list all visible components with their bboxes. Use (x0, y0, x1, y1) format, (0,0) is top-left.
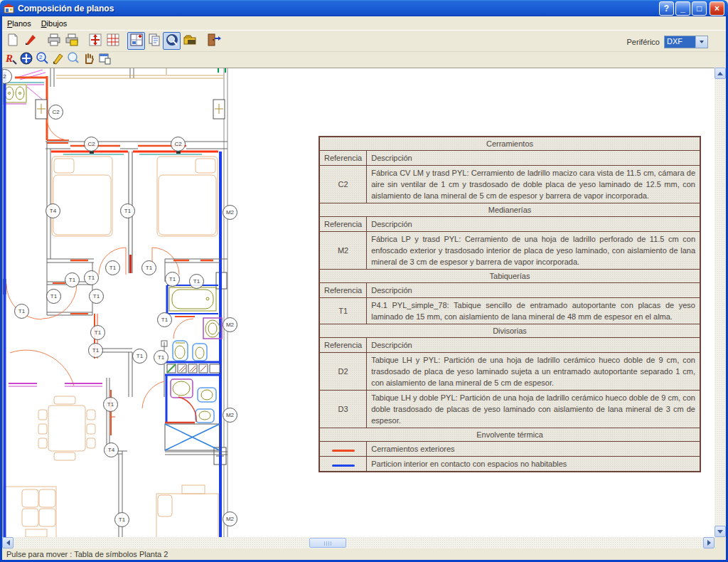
legend-label: Cerramientos exteriores (367, 442, 700, 457)
plan-ref-label: T1 (114, 512, 129, 527)
print-preview-button[interactable] (163, 32, 181, 50)
title-bar[interactable]: Composición de planos ? _ □ × (0, 0, 728, 16)
copy-drawing-button[interactable] (145, 32, 163, 50)
ref-cell: D3 (319, 391, 367, 428)
zoom-window-button[interactable]: 2 (34, 53, 50, 68)
frame-arrows-button[interactable] (86, 32, 104, 50)
peripheral-value: DXF (665, 36, 695, 48)
col-header-ref: Referencia (319, 151, 367, 166)
zoom-previous-button[interactable] (65, 53, 81, 68)
plan-ref-label: M2 (223, 408, 237, 423)
edit-plan-button[interactable] (21, 32, 39, 50)
plan-ref-label: T1 (189, 274, 204, 289)
vertical-scrollbar[interactable] (714, 68, 726, 537)
print-preview-icon (164, 32, 180, 51)
help-button[interactable]: ? (659, 1, 674, 16)
legend-red-line (332, 450, 355, 452)
plan-ref-label: T1 (90, 325, 105, 340)
table-row: M2 Fábrica LP y trasd PYL: Cerramiento d… (319, 232, 700, 270)
plan-ref-label: C2 (84, 137, 99, 152)
ref-cell: T1 (319, 298, 367, 324)
horizontal-scroll-thumb[interactable] (309, 538, 346, 548)
zoom-region-icon: R (4, 51, 18, 68)
scroll-left-button[interactable] (2, 537, 14, 548)
legend-swatch-cell (319, 457, 367, 472)
app-icon (4, 3, 15, 14)
table-row: C2 Fábrica CV LM y trasd PYL: Cerramient… (319, 166, 700, 203)
section-title: Cerramientos (319, 137, 700, 151)
redraw-pencil-button[interactable] (50, 53, 65, 68)
zoom-previous-icon (66, 51, 80, 68)
window-title: Composición de planos (18, 4, 659, 14)
maximize-button[interactable]: □ (692, 1, 707, 16)
main-toolbar (2, 30, 726, 51)
plan-ref-label: T1 (157, 312, 172, 327)
desc-cell: Fábrica LP y trasd PYL: Cerramiento de u… (367, 232, 700, 270)
status-text: Pulse para mover : Tabla de símbolos Pla… (6, 550, 168, 558)
col-header-ref: Referencia (319, 217, 367, 232)
ref-cell: M2 (319, 232, 367, 270)
new-plan-icon (5, 32, 21, 51)
close-button[interactable]: × (710, 1, 724, 16)
horizontal-scrollbar[interactable] (2, 537, 714, 548)
zoom-region-button[interactable]: R (3, 53, 18, 68)
frame-grid-icon (105, 32, 121, 51)
symbol-table[interactable]: Cerramientos Referencia Descripción C2 F… (318, 136, 701, 472)
export-icon (182, 32, 198, 51)
plan-ref-label: T1 (14, 304, 29, 319)
plan-ref-label: M2 (223, 317, 237, 332)
ref-cell: D2 (319, 353, 367, 391)
fit-view-icon (19, 51, 33, 68)
frame-arrows-icon (87, 32, 103, 51)
plan-ref-label: C2 (171, 137, 186, 152)
floor-plan: 2C2C2C2T4T1M2T1T1T1T1T1T1T1T1T1T1M2T1T1T… (3, 68, 319, 537)
col-header-desc: Descripción (367, 151, 700, 166)
plan-ref-label: M2 (223, 205, 237, 220)
frame-grid-button[interactable] (104, 32, 122, 50)
legend-swatch-cell (319, 442, 367, 457)
peripheral-dropdown-button[interactable] (695, 36, 707, 48)
col-header-desc: Descripción (367, 217, 700, 232)
peripheral-combobox[interactable]: DXF (664, 36, 708, 48)
print-button[interactable] (45, 32, 63, 50)
export-button[interactable] (181, 32, 198, 50)
section-title: Divisorias (319, 324, 700, 338)
window-copy-button[interactable] (97, 53, 112, 68)
plan-ref-label: T4 (46, 203, 60, 218)
fit-view-button[interactable] (18, 53, 34, 68)
col-header-desc: Descripción (367, 338, 700, 353)
compose-layout-icon (129, 32, 144, 51)
peripheral-label: Periférico (627, 38, 660, 46)
scroll-down-button[interactable] (714, 526, 726, 537)
print-icon (46, 32, 62, 51)
minimize-button[interactable]: _ (675, 1, 690, 16)
window-copy-icon (97, 51, 112, 68)
exit-button[interactable] (204, 32, 222, 50)
plan-ref-label: T1 (65, 272, 80, 287)
exit-icon (205, 32, 221, 51)
col-header-ref: Referencia (319, 338, 367, 353)
menu-dibujos[interactable]: Dibujos (36, 18, 73, 29)
arrow-right-icon (707, 540, 711, 546)
compose-layout-button[interactable] (127, 32, 145, 50)
menu-planos[interactable]: Planos (2, 18, 36, 29)
pan-hand-icon (82, 51, 96, 68)
scroll-right-button[interactable] (703, 537, 714, 548)
plan-ref-label: T4 (104, 442, 119, 457)
scroll-up-button[interactable] (714, 68, 726, 79)
plan-ref-label: T1 (105, 260, 120, 275)
section-title: Envolvente térmica (319, 428, 700, 442)
legend-row: Particion interior en contacto con espac… (319, 457, 700, 472)
plan-ref-label: T1 (88, 343, 103, 358)
desc-cell: Tabique LH y PYL: Partición de una hoja … (367, 353, 700, 391)
scrollbar-corner (714, 537, 726, 548)
print-options-button[interactable] (63, 32, 80, 50)
desc-cell: Fábrica CV LM y trasd PYL: Cerramiento d… (367, 166, 700, 203)
new-plan-button[interactable] (4, 32, 21, 50)
app-window: Composición de planos ? _ □ × Planos Dib… (0, 0, 728, 562)
arrow-down-icon (717, 530, 723, 534)
legend-row: Cerramientos exteriores (319, 442, 700, 457)
plan-ref-label: C2 (48, 105, 63, 120)
drawing-canvas[interactable]: 2C2C2C2T4T1M2T1T1T1T1T1T1T1T1T1T1M2T1T1T… (2, 68, 714, 537)
pan-hand-button[interactable] (81, 53, 97, 68)
